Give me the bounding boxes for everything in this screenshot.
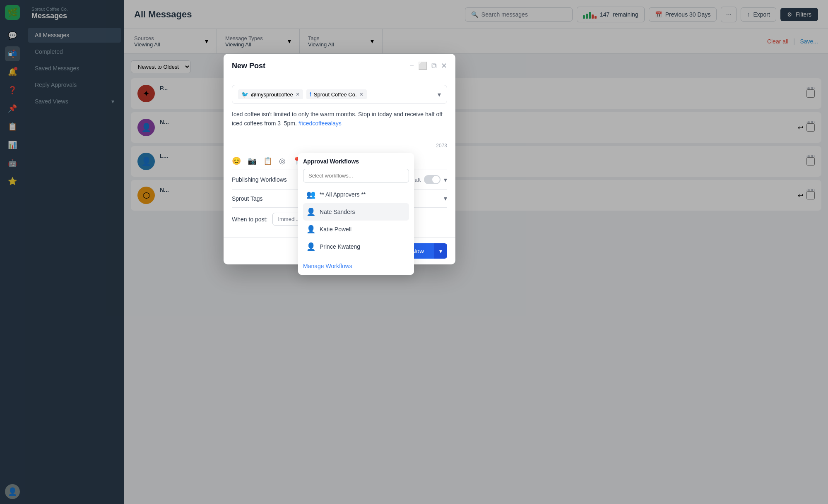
approval-workflows-dropdown: Approval Workflows 👥 ** All Approvers **… (298, 153, 414, 275)
approval-workflows-title: Approval Workflows (303, 158, 409, 165)
sprout-tags-label: Sprout Tags (232, 195, 262, 202)
char-count: 2073 (232, 143, 447, 149)
twitter-icon: 🐦 (241, 91, 248, 98)
facebook-name: Sprout Coffee Co. (314, 91, 357, 98)
post-hashtag[interactable]: #icedcoffeealays (298, 120, 342, 127)
post-text-area-wrapper: Iced coffee isn't limited to only the wa… (232, 110, 447, 149)
dropdown-item-all-approvers[interactable]: 👥 ** All Approvers ** (303, 186, 409, 203)
draft-toggle[interactable] (424, 175, 440, 184)
all-approvers-icon: 👥 (306, 190, 315, 199)
dropdown-item-katie-powell[interactable]: 👤 Katie Powell (303, 221, 409, 238)
copy-icon[interactable]: 📋 (263, 156, 272, 166)
facebook-icon: f (310, 91, 311, 98)
dropdown-item-nate-sanders[interactable]: 👤 Nate Sanders (303, 203, 409, 221)
sprout-tags-chevron-icon: ▾ (444, 194, 447, 202)
all-approvers-label: ** All Approvers ** (320, 191, 366, 198)
katie-powell-icon: 👤 (306, 225, 315, 234)
when-to-post-label: When to post: (232, 216, 267, 223)
image-icon[interactable]: 📷 (248, 156, 257, 166)
nate-sanders-label: Nate Sanders (320, 209, 355, 215)
restore-icon[interactable]: ⬜ (418, 61, 427, 70)
publishing-workflows-label: Publishing Workflows (232, 176, 287, 183)
modal-header-actions: − ⬜ ⧉ ✕ (409, 61, 447, 70)
publishing-workflows-chevron-icon: ▾ (444, 176, 447, 184)
twitter-handle: @mysproutcoffee (251, 91, 293, 98)
dropdown-footer: Manage Workflows (303, 258, 409, 270)
prince-kwateng-icon: 👤 (306, 242, 315, 251)
post-textarea[interactable]: Iced coffee isn't limited to only the wa… (232, 110, 447, 143)
send-dropdown-button[interactable]: ▾ (434, 243, 447, 259)
toggle-knob (432, 176, 440, 183)
facebook-profile-tag: f Sprout Coffee Co. ✕ (306, 89, 367, 99)
location-icon[interactable]: ◎ (279, 156, 286, 166)
modal-header: New Post − ⬜ ⧉ ✕ (224, 54, 455, 78)
remove-facebook-tag-button[interactable]: ✕ (359, 91, 363, 97)
emoji-icon[interactable]: 😊 (232, 156, 241, 166)
prince-kwateng-label: Prince Kwateng (320, 243, 360, 250)
manage-workflows-link[interactable]: Manage Workflows (303, 263, 352, 269)
nate-sanders-icon: 👤 (306, 207, 315, 216)
dropdown-item-prince-kwateng[interactable]: 👤 Prince Kwateng (303, 238, 409, 255)
profile-dropdown-button[interactable]: ▾ (438, 91, 441, 98)
workflow-search-input[interactable] (303, 169, 409, 182)
close-icon[interactable]: ✕ (441, 61, 447, 70)
minimize-icon[interactable]: − (409, 62, 414, 70)
profile-tags-row: 🐦 @mysproutcoffee ✕ f Sprout Coffee Co. … (232, 85, 447, 104)
remove-twitter-tag-button[interactable]: ✕ (296, 91, 300, 97)
twitter-profile-tag: 🐦 @mysproutcoffee ✕ (238, 89, 303, 99)
expand-icon[interactable]: ⧉ (431, 62, 437, 70)
katie-powell-label: Katie Powell (320, 226, 351, 233)
modal-title: New Post (232, 62, 265, 70)
